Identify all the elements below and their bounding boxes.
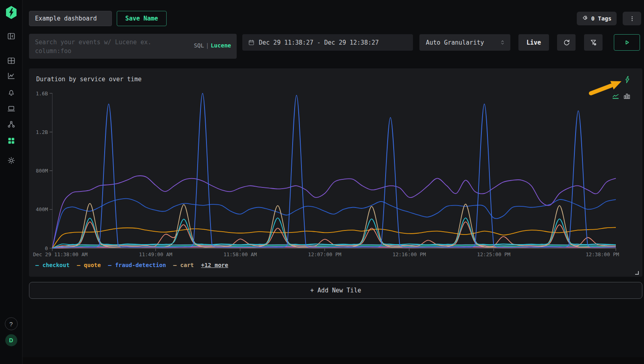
- dashboard-tile: Duration by service over time 0400M800M1…: [29, 68, 642, 277]
- play-icon: [623, 39, 631, 46]
- settings-gear-icon: [7, 156, 16, 165]
- events-table-icon: [7, 56, 16, 65]
- language-lucene-option[interactable]: Lucene: [211, 42, 231, 49]
- save-name-button[interactable]: Save Name: [117, 11, 167, 26]
- help-button[interactable]: ?: [5, 317, 18, 330]
- sidebar: ? D: [0, 0, 23, 364]
- y-axis-label: 1.2B: [36, 129, 48, 135]
- time-range-picker[interactable]: Dec 29 11:38:27 - Dec 29 12:38:27: [242, 34, 413, 51]
- sidebar-item-sessions[interactable]: [7, 104, 16, 113]
- series-line: [52, 176, 616, 248]
- y-axis-label: 400M: [36, 206, 48, 212]
- sidebar-item-service-map[interactable]: [7, 120, 16, 129]
- sidebar-item-collapse[interactable]: [7, 32, 16, 41]
- sidebar-item-alerts[interactable]: [7, 88, 16, 97]
- sidebar-item-chart-explorer[interactable]: [7, 72, 16, 80]
- tags-button[interactable]: 0 Tags: [577, 12, 617, 25]
- refresh-icon: [563, 39, 570, 46]
- help-glyph: ?: [9, 321, 12, 327]
- time-range-value: Dec 29 11:38:27 - Dec 29 12:38:27: [259, 39, 379, 46]
- language-separator: |: [204, 42, 211, 49]
- series-line-checkout: [52, 218, 616, 248]
- bottom-strip: [0, 357, 644, 364]
- legend-item[interactable]: —checkout: [35, 262, 70, 268]
- x-axis-label: 11:58:00 AM: [223, 251, 257, 257]
- tags-button-label: 0 Tags: [591, 15, 612, 22]
- x-axis-label: 12:38:00 PM: [586, 251, 619, 257]
- y-axis-label: 0: [45, 245, 48, 251]
- filter-icon: [590, 39, 597, 46]
- kebab-menu-icon: [629, 15, 636, 22]
- y-axis-label: 1.6B: [36, 90, 48, 97]
- series-line-fraud-detection: [52, 93, 616, 248]
- add-new-tile-button[interactable]: + Add New Tile: [29, 282, 642, 299]
- legend-item[interactable]: —cart: [173, 262, 194, 268]
- y-axis-label: 800M: [36, 168, 48, 174]
- granularity-select[interactable]: Auto Granularity: [419, 34, 510, 51]
- avatar-letter: D: [9, 337, 13, 343]
- collapse-sidebar-icon: [7, 32, 16, 41]
- x-axis-label: 12:25:00 PM: [477, 251, 510, 257]
- run-query-button[interactable]: [614, 34, 640, 51]
- calendar-icon: [248, 39, 255, 46]
- legend-item[interactable]: —quote: [77, 262, 101, 268]
- series-line: [52, 199, 616, 248]
- hyperdx-logo[interactable]: [5, 6, 18, 19]
- search-placeholder: Search your events w/ Lucene ex. column:…: [35, 38, 172, 56]
- x-axis-label: 12:07:00 PM: [308, 251, 341, 257]
- filter-button[interactable]: [584, 34, 603, 51]
- app-root: ? D Example dashboard Save Name 0 Tags S…: [0, 0, 644, 364]
- x-axis-label: Dec 29 11:38:00 AM: [33, 251, 87, 257]
- tags-icon: [582, 15, 588, 22]
- granularity-value: Auto Granularity: [426, 39, 484, 46]
- sidebar-item-settings[interactable]: [7, 156, 16, 165]
- chevron-up-down-icon: [500, 39, 506, 45]
- query-language-toggle[interactable]: SQL|Lucene: [194, 42, 231, 49]
- refresh-button[interactable]: [557, 34, 576, 51]
- user-avatar[interactable]: D: [5, 334, 17, 346]
- client-sessions-laptop-icon: [7, 104, 16, 113]
- search-input[interactable]: Search your events w/ Lucene ex. column:…: [29, 34, 237, 59]
- legend-more-link[interactable]: +12 more: [201, 262, 228, 268]
- tile-resize-handle[interactable]: [635, 271, 639, 275]
- legend-item[interactable]: —fraud-detection: [108, 262, 166, 268]
- dashboard-name-input[interactable]: Example dashboard: [29, 11, 112, 26]
- x-axis-label: 12:16:00 PM: [392, 251, 426, 257]
- language-sql-option[interactable]: SQL: [194, 42, 204, 49]
- sidebar-item-search[interactable]: [7, 56, 16, 65]
- hyperdx-logo-icon: [5, 6, 18, 19]
- service-map-icon: [7, 120, 16, 129]
- x-axis-label: 11:49:00 AM: [139, 251, 172, 257]
- dashboard-menu-button[interactable]: [623, 12, 641, 25]
- duration-chart[interactable]: 0400M800M1.2B1.6BDec 29 11:38:00 AM11:49…: [29, 68, 642, 277]
- chart-explorer-icon: [7, 72, 16, 80]
- sidebar-item-dashboards[interactable]: [7, 136, 16, 145]
- live-button[interactable]: Live: [518, 34, 549, 51]
- chart-legend: —checkout—quote—fraud-detection—cart+12 …: [35, 262, 228, 268]
- dashboards-grid-icon: [7, 136, 16, 145]
- alerts-bell-icon: [7, 88, 16, 97]
- series-line-cart: [52, 204, 616, 248]
